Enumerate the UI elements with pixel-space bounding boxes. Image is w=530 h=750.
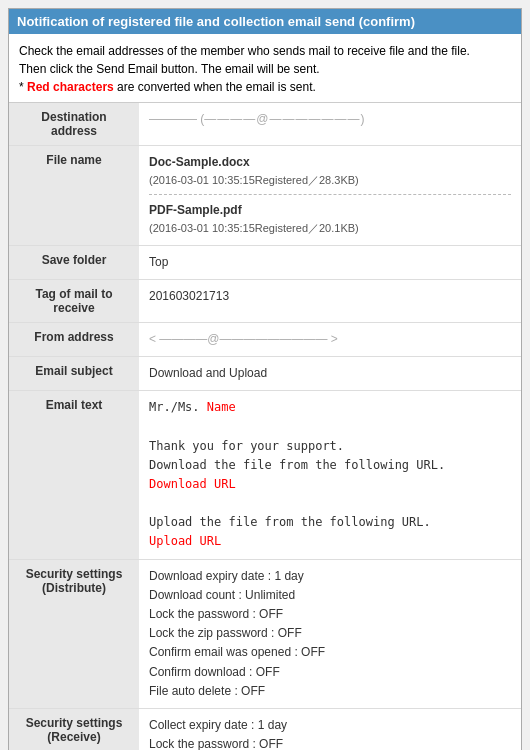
row-filename: File name Doc-Sample.docx (2016-03-01 10… bbox=[9, 146, 521, 246]
intro-line3-red: Red characters bbox=[27, 80, 114, 94]
security-recv-value: Collect expiry date : 1 day Lock the pas… bbox=[139, 708, 521, 750]
emailsubject-label: Email subject bbox=[9, 356, 139, 390]
row-tagmail: Tag of mail to receive 201603021713 bbox=[9, 279, 521, 322]
dialog-intro: Check the email addresses of the member … bbox=[9, 34, 521, 103]
info-table: Destination address ———— (————@———————) … bbox=[9, 103, 521, 750]
row-fromaddress: From address < ————@————————— > bbox=[9, 322, 521, 356]
filename-label: File name bbox=[9, 146, 139, 246]
row-security-recv: Security settings(Receive) Collect expir… bbox=[9, 708, 521, 750]
savefolder-label: Save folder bbox=[9, 245, 139, 279]
email-text-block: Mr./Ms. Name Thank you for your support.… bbox=[149, 398, 511, 552]
security-dist-value: Download expiry date : 1 day Download co… bbox=[139, 559, 521, 708]
sec-dist-line4: Lock the zip password : OFF bbox=[149, 624, 511, 643]
security-dist-label: Security settings(Distribute) bbox=[9, 559, 139, 708]
savefolder-value: Top bbox=[139, 245, 521, 279]
intro-line3: * Red characters are converted when the … bbox=[19, 78, 511, 96]
filename-value: Doc-Sample.docx (2016-03-01 10:35:15Regi… bbox=[139, 146, 521, 246]
tagmail-value: 201603021713 bbox=[139, 279, 521, 322]
emailtext-value: Mr./Ms. Name Thank you for your support.… bbox=[139, 391, 521, 560]
intro-line3-prefix: * bbox=[19, 80, 27, 94]
sec-dist-line1: Download expiry date : 1 day bbox=[149, 567, 511, 586]
row-destination: Destination address ———— (————@———————) bbox=[9, 103, 521, 146]
emailtext-download-url: Download URL bbox=[149, 477, 236, 491]
destination-label: Destination address bbox=[9, 103, 139, 146]
file-separator bbox=[149, 194, 511, 195]
emailsubject-value: Download and Upload bbox=[139, 356, 521, 390]
fromaddress-value: < ————@————————— > bbox=[139, 322, 521, 356]
file2-meta: (2016-03-01 10:35:15Registered／20.1KB) bbox=[149, 220, 511, 238]
emailtext-thanks: Thank you for your support. bbox=[149, 439, 344, 453]
row-emailtext: Email text Mr./Ms. Name Thank you for yo… bbox=[9, 391, 521, 560]
sec-dist-line6: Confirm download : OFF bbox=[149, 663, 511, 682]
fromaddress-label: From address bbox=[9, 322, 139, 356]
emailtext-name-red: Name bbox=[207, 400, 236, 414]
tagmail-label: Tag of mail to receive bbox=[9, 279, 139, 322]
row-savefolder: Save folder Top bbox=[9, 245, 521, 279]
sec-dist-line7: File auto delete : OFF bbox=[149, 682, 511, 701]
file1-name: Doc-Sample.docx bbox=[149, 153, 511, 172]
intro-line2: Then click the Send Email button. The em… bbox=[19, 60, 511, 78]
dialog-container: Notification of registered file and coll… bbox=[8, 8, 522, 750]
fromaddress-text: < ————@————————— > bbox=[149, 332, 338, 346]
row-security-dist: Security settings(Distribute) Download e… bbox=[9, 559, 521, 708]
emailtext-label: Email text bbox=[9, 391, 139, 560]
security-recv-label: Security settings(Receive) bbox=[9, 708, 139, 750]
intro-line3-suffix: are converted when the email is sent. bbox=[114, 80, 316, 94]
emailtext-download-intro: Download the file from the following URL… bbox=[149, 458, 445, 472]
emailtext-upload-url: Upload URL bbox=[149, 534, 221, 548]
sec-dist-line3: Lock the password : OFF bbox=[149, 605, 511, 624]
dialog-title: Notification of registered file and coll… bbox=[17, 14, 415, 29]
sec-dist-line5: Confirm email was opened : OFF bbox=[149, 643, 511, 662]
intro-line1: Check the email addresses of the member … bbox=[19, 42, 511, 60]
sec-recv-line2: Lock the password : OFF bbox=[149, 735, 511, 750]
row-emailsubject: Email subject Download and Upload bbox=[9, 356, 521, 390]
sec-dist-line2: Download count : Unlimited bbox=[149, 586, 511, 605]
emailtext-upload-intro: Upload the file from the following URL. bbox=[149, 515, 431, 529]
file1-meta: (2016-03-01 10:35:15Registered／28.3KB) bbox=[149, 172, 511, 190]
destination-text: ———— (————@———————) bbox=[149, 112, 365, 126]
dialog-header: Notification of registered file and coll… bbox=[9, 9, 521, 34]
file2-name: PDF-Sample.pdf bbox=[149, 201, 511, 220]
destination-value: ———— (————@———————) bbox=[139, 103, 521, 146]
sec-recv-line1: Collect expiry date : 1 day bbox=[149, 716, 511, 735]
emailtext-salutation: Mr./Ms. Name bbox=[149, 400, 236, 414]
